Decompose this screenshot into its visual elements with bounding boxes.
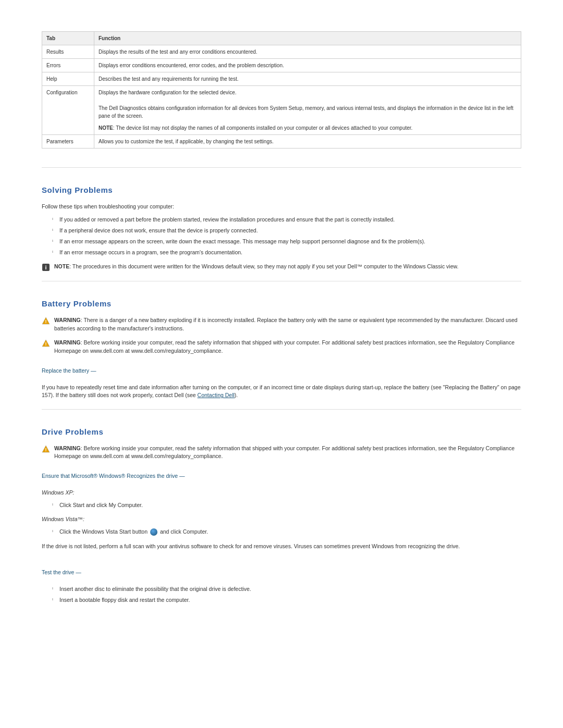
solving-problems-heading: Solving Problems <box>42 184 521 196</box>
windows-vista-label: Windows Vista™: <box>42 515 521 524</box>
table-cell-tab: Errors <box>42 59 94 72</box>
warning-text: WARNING: Before working inside your comp… <box>54 445 521 461</box>
warning-icon: ! <box>42 339 50 348</box>
table-cell-function: Describes the test and any requirements … <box>94 72 521 86</box>
list-item: Insert a bootable floppy disk and restar… <box>52 596 521 604</box>
svg-text:!: ! <box>45 319 47 324</box>
svg-text:!: ! <box>45 447 47 452</box>
section-divider <box>42 281 521 281</box>
warning-text: WARNING: There is a danger of a new batt… <box>54 316 521 333</box>
table-row: Results Displays the results of the test… <box>42 45 521 59</box>
drive-body-text: If the drive is not listed, perform a fu… <box>42 542 521 551</box>
drive-problems-heading: Drive Problems <box>42 426 521 438</box>
section-divider <box>42 167 521 168</box>
table-row: Errors Displays error conditions encount… <box>42 59 521 72</box>
solving-problems-intro: Follow these tips when troubleshooting y… <box>42 203 521 211</box>
ensure-windows-recognizes-link[interactable]: Ensure that Microsoft® Windows® Recogniz… <box>42 472 185 480</box>
note-content: NOTE: The procedures in this document we… <box>54 263 458 271</box>
warning-label: WARNING <box>54 445 81 451</box>
solving-problems-note: i NOTE: The procedures in this document … <box>42 263 521 272</box>
warning-label: WARNING <box>54 339 81 346</box>
svg-text:!: ! <box>45 341 47 347</box>
table-header-function: Function <box>94 32 521 45</box>
replace-battery-link[interactable]: Replace the battery <box>42 367 96 375</box>
config-detail-text: The Dell Diagnostics obtains configurati… <box>99 105 513 119</box>
config-note: NOTE: The device list may not display th… <box>99 124 517 132</box>
note-label: NOTE <box>99 125 113 131</box>
table-header-tab: Tab <box>42 32 94 45</box>
battery-body-text: If you have to repeatedly reset time and… <box>42 384 521 400</box>
solving-problems-list: If you added or removed a part before th… <box>52 216 521 256</box>
list-item: If an error message occurs in a program,… <box>52 249 521 257</box>
xp-steps-list: Click Start and click My Computer. <box>52 501 521 510</box>
table-row-configuration: Configuration Displays the hardware conf… <box>42 86 521 135</box>
table-cell-function-config: Displays the hardware configuration for … <box>94 86 521 135</box>
list-item: If you added or removed a part before th… <box>52 216 521 224</box>
table-cell-function: Displays the results of the test and any… <box>94 45 521 59</box>
drive-warning: ! WARNING: Before working inside your co… <box>42 445 521 461</box>
contacting-dell-link[interactable]: Contacting Dell <box>198 392 235 398</box>
list-item: Click the Windows Vista Start button and… <box>52 528 521 536</box>
list-item: If a peripheral device does not work, en… <box>52 227 521 235</box>
test-drive-list: Insert another disc to eliminate the pos… <box>52 585 521 604</box>
table-cell-tab: Help <box>42 72 94 86</box>
table-cell-function: Displays error conditions encountered, e… <box>94 59 521 72</box>
section-divider <box>42 409 521 410</box>
warning-label: WARNING <box>54 317 81 323</box>
svg-text:i: i <box>45 264 46 270</box>
table-cell-tab: Configuration <box>42 86 94 135</box>
list-item: If an error message appears on the scree… <box>52 238 521 246</box>
test-the-drive-link[interactable]: Test the drive <box>42 569 81 577</box>
battery-problems-heading: Battery Problems <box>42 298 521 310</box>
table-cell-tab: Parameters <box>42 135 94 149</box>
table-row: Parameters Allows you to customize the t… <box>42 135 521 149</box>
warning-icon: ! <box>42 317 50 325</box>
vista-start-button-icon <box>150 528 157 536</box>
list-item: Insert another disc to eliminate the pos… <box>52 585 521 594</box>
battery-warning-1: ! WARNING: There is a danger of a new ba… <box>42 316 521 333</box>
vista-steps-list: Click the Windows Vista Start button and… <box>52 528 521 536</box>
windows-xp-label: Windows XP: <box>42 489 521 497</box>
note-label: NOTE <box>54 263 69 269</box>
config-main-text: Displays the hardware configuration for … <box>99 90 237 95</box>
tab-function-table: Tab Function Results Displays the result… <box>42 31 521 149</box>
warning-text: WARNING: Before working inside your comp… <box>54 339 521 355</box>
warning-icon: ! <box>42 445 50 453</box>
table-cell-tab: Results <box>42 45 94 59</box>
battery-warning-2: ! WARNING: Before working inside your co… <box>42 339 521 355</box>
table-row: Help Describes the test and any requirem… <box>42 72 521 86</box>
list-item: Click Start and click My Computer. <box>52 501 521 510</box>
note-icon: i <box>42 263 50 272</box>
table-cell-function: Allows you to customize the test, if app… <box>94 135 521 149</box>
